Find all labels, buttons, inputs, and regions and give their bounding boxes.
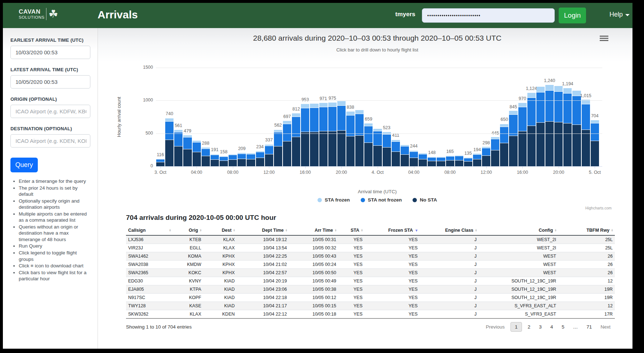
field-input-3[interactable] xyxy=(10,105,90,118)
chart-bar[interactable]: 337 xyxy=(265,68,274,166)
chart-bar[interactable]: 135 xyxy=(464,68,473,166)
chart-bar[interactable]: 1,124 xyxy=(527,68,536,166)
legend-item[interactable]: STA frozen xyxy=(318,197,350,203)
login-button[interactable]: Login xyxy=(559,8,586,23)
chart-bar[interactable] xyxy=(192,68,201,166)
chart-bar[interactable]: 1,015 xyxy=(581,68,590,166)
chart-menu-icon[interactable] xyxy=(600,36,608,42)
chart-bar[interactable]: 659 xyxy=(364,68,373,166)
table-cell: 17R xyxy=(558,310,615,319)
bar-segment-sta-frozen xyxy=(509,110,517,114)
page-prev-button[interactable]: Previous xyxy=(482,322,509,332)
table-cell: J xyxy=(420,235,479,244)
chart-bar[interactable]: 650 xyxy=(500,68,509,166)
page-button-71[interactable]: 71 xyxy=(582,322,596,332)
bar-segment-sta-not-frozen xyxy=(319,107,328,131)
bar-segment-sta-frozen xyxy=(572,90,581,96)
chart-bar[interactable]: 158 xyxy=(219,68,228,166)
bar-segment-sta-frozen xyxy=(591,120,599,123)
chart-bar[interactable]: 411 xyxy=(391,68,400,166)
column-header-tbfm-rwy[interactable]: TBFM Rwy▲▼ xyxy=(558,226,615,235)
bar-segment-sta-not-frozen xyxy=(283,124,291,141)
chart-bar[interactable]: 148 xyxy=(427,68,436,166)
page-button-1[interactable]: 1 xyxy=(510,322,522,332)
chart-bar[interactable]: 479 xyxy=(183,68,192,166)
chart-bar[interactable] xyxy=(337,68,346,166)
highcharts-credit[interactable]: Highcharts.com xyxy=(585,206,612,210)
legend-item[interactable]: STA not frozen xyxy=(361,197,402,203)
query-button[interactable]: Query xyxy=(10,158,38,172)
chart-bar[interactable]: 298 xyxy=(482,68,491,166)
chart-bar[interactable] xyxy=(228,68,237,166)
chart-bar[interactable]: 740 xyxy=(165,68,174,166)
chart-bar[interactable] xyxy=(310,68,319,166)
column-header-frozen-sta[interactable]: Frozen STA▼ xyxy=(365,226,420,235)
field-input-4[interactable] xyxy=(10,134,90,148)
column-header-arr-time[interactable]: Arr Time▲▼ xyxy=(289,226,338,235)
chart-bar[interactable]: 445 xyxy=(491,68,500,166)
page-button-2[interactable]: 2 xyxy=(523,322,535,332)
bar-segment-no-sta xyxy=(482,155,490,166)
column-header-dept-time[interactable]: Dept Time▲▼ xyxy=(237,226,289,235)
chart-bar[interactable]: 561 xyxy=(174,68,183,166)
page-button-3[interactable]: 3 xyxy=(535,322,546,332)
table-cell: KTPA xyxy=(173,285,203,294)
column-header-config[interactable]: Config▲▼ xyxy=(479,226,558,235)
caret-down-icon xyxy=(625,14,630,16)
chart-bar[interactable]: 838 xyxy=(346,68,355,166)
chart-bar[interactable]: 970 xyxy=(518,68,527,166)
chart-bar[interactable] xyxy=(246,68,255,166)
brand-logo[interactable]: CAVAN SOLUTIONS ☘ xyxy=(19,8,58,20)
field-input-2[interactable] xyxy=(10,75,90,89)
chart-bar[interactable]: 116 xyxy=(156,68,165,166)
column-header-dest[interactable]: Dest▲▼ xyxy=(203,226,237,235)
bar-stack xyxy=(491,137,499,166)
bar-segment-sta-frozen xyxy=(274,130,282,132)
chart-bar[interactable]: 1,240 xyxy=(545,68,554,166)
chart-bar[interactable] xyxy=(400,68,409,166)
chart-bar[interactable]: 971 xyxy=(319,68,328,166)
bar-segment-no-sta xyxy=(193,152,201,166)
chart-bar[interactable]: 697 xyxy=(283,68,292,166)
chart-bar[interactable]: 209 xyxy=(237,68,246,166)
chart-bar[interactable] xyxy=(436,68,445,166)
plot-area: 1167405614792881911582092343375626978129… xyxy=(156,68,602,167)
column-header-orig[interactable]: Orig▲▼ xyxy=(173,226,203,235)
chart-bar[interactable] xyxy=(355,68,364,166)
page-button-5[interactable]: 5 xyxy=(557,322,569,332)
legend-item[interactable]: No STA xyxy=(413,197,437,203)
chart-bar[interactable]: 562 xyxy=(274,68,283,166)
column-header-callsign[interactable]: Callsign▲▼ xyxy=(126,226,173,235)
instruction-item: Queries without an origin or destination… xyxy=(19,224,90,243)
field-input-1[interactable] xyxy=(10,46,90,59)
chart-bar[interactable]: 288 xyxy=(201,68,210,166)
column-header-engine-class[interactable]: Engine Class▲▼ xyxy=(420,226,479,235)
chart-bar[interactable]: 975 xyxy=(328,68,337,166)
chart-bar[interactable]: 234 xyxy=(256,68,265,166)
page-next-button[interactable]: Next xyxy=(596,322,615,332)
chart-bar[interactable]: 244 xyxy=(409,68,418,166)
chart-bar[interactable] xyxy=(455,68,464,166)
chart-bar[interactable]: 191 xyxy=(210,68,219,166)
chart-bar[interactable]: 194 xyxy=(473,68,482,166)
bar-data-label: 244 xyxy=(410,144,418,149)
chart-bar[interactable]: 523 xyxy=(382,68,391,166)
chart-bar[interactable] xyxy=(572,68,581,166)
chart-bar[interactable]: 704 xyxy=(590,68,599,166)
chart-bar[interactable]: 812 xyxy=(292,68,301,166)
page-button-4[interactable]: 4 xyxy=(546,322,558,332)
chart-bar[interactable]: 845 xyxy=(509,68,518,166)
bar-segment-no-sta xyxy=(183,149,192,166)
y-tick-label: 1000 xyxy=(132,98,153,103)
chart-bar[interactable]: 953 xyxy=(301,68,310,166)
table-cell: YES xyxy=(338,252,365,261)
chart-bar[interactable]: 165 xyxy=(446,68,455,166)
chart-bar[interactable] xyxy=(418,68,427,166)
page-button-…[interactable]: … xyxy=(569,322,582,332)
chart-bar[interactable] xyxy=(373,68,382,166)
bar-segment-no-sta xyxy=(536,122,545,166)
chart-bar[interactable]: 1,194 xyxy=(563,68,572,166)
password-input[interactable]: •••••••••••••••••••••••••• xyxy=(422,8,555,23)
column-header-sta[interactable]: STA▲▼ xyxy=(338,226,365,235)
help-menu[interactable]: Help xyxy=(609,11,630,18)
